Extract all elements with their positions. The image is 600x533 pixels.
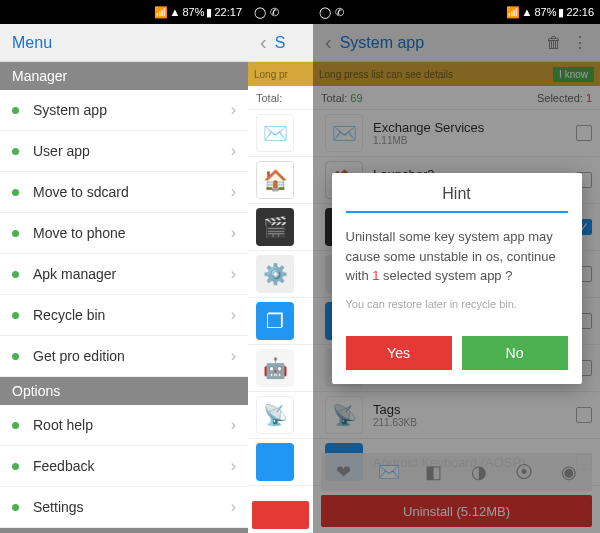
- total-label: Total:: [256, 92, 282, 104]
- bullet-icon: [12, 312, 19, 319]
- item-label: Recycle bin: [33, 307, 231, 323]
- item-label: Settings: [33, 499, 231, 515]
- item-root[interactable]: Root help›: [0, 405, 248, 446]
- item-settings[interactable]: Settings›: [0, 487, 248, 528]
- item-label: Apk manager: [33, 266, 231, 282]
- clock-3: 22:16: [566, 6, 594, 18]
- bullet-icon: [12, 463, 19, 470]
- back-icon[interactable]: ‹: [260, 31, 267, 54]
- menu-panel: 📶 ▲ 87% ▮ 22:17 Menu Manager System app›…: [0, 0, 248, 533]
- item-label: Move to phone: [33, 225, 231, 241]
- chevron-right-icon: ›: [231, 101, 236, 119]
- sliver-row[interactable]: 🎬: [248, 204, 313, 251]
- hint-dialog: Hint Uninstall some key system app may c…: [332, 173, 582, 384]
- sliver-row[interactable]: 📡: [248, 392, 313, 439]
- bullet-icon: [12, 107, 19, 114]
- phone-icon: ✆: [270, 6, 279, 19]
- signal-icon: ▲: [170, 6, 181, 18]
- bullet-icon: [12, 504, 19, 511]
- clock-1: 22:17: [214, 6, 242, 18]
- item-label: Root help: [33, 417, 231, 433]
- item-move-phone[interactable]: Move to phone›: [0, 213, 248, 254]
- item-recycle[interactable]: Recycle bin›: [0, 295, 248, 336]
- battery-icon: ▮: [206, 6, 212, 19]
- item-apk-mgr[interactable]: Apk manager›: [0, 254, 248, 295]
- chevron-right-icon: ›: [231, 224, 236, 242]
- nfc-icon: 📡: [256, 396, 294, 434]
- section-options: Options: [0, 377, 248, 405]
- chevron-right-icon: ›: [231, 498, 236, 516]
- item-label: User app: [33, 143, 231, 159]
- wifi-icon: 📶: [154, 6, 168, 19]
- sliver-row[interactable]: 🤖: [248, 345, 313, 392]
- sliver-hintbar: Long pr: [248, 62, 313, 86]
- home-icon: 🏠: [256, 161, 294, 199]
- battery-icon: ▮: [558, 6, 564, 19]
- clapper-icon: 🎬: [256, 208, 294, 246]
- chevron-right-icon: ›: [231, 457, 236, 475]
- sliver-row[interactable]: 🏠: [248, 157, 313, 204]
- signal-icon: ▲: [522, 6, 533, 18]
- item-label: Move to sdcard: [33, 184, 231, 200]
- camera-icon: ◯: [319, 6, 331, 19]
- camera-icon: ◯: [254, 6, 266, 19]
- chevron-right-icon: ›: [231, 183, 236, 201]
- item-move-sd[interactable]: Move to sdcard›: [0, 172, 248, 213]
- gear-icon: ⚙️: [256, 255, 294, 293]
- bullet-icon: [12, 422, 19, 429]
- sliver-row[interactable]: ⚙️: [248, 251, 313, 298]
- dialog-title: Hint: [346, 173, 568, 213]
- section-support: Support: [0, 528, 248, 533]
- sliver-row[interactable]: ✉️: [248, 110, 313, 157]
- sliver-row[interactable]: [248, 439, 313, 486]
- menu-title: Menu: [12, 34, 52, 52]
- wifi-icon: 📶: [506, 6, 520, 19]
- item-label: Feedback: [33, 458, 231, 474]
- status-bar-1: 📶 ▲ 87% ▮ 22:17: [0, 0, 248, 24]
- item-label: System app: [33, 102, 231, 118]
- chevron-right-icon: ›: [231, 306, 236, 324]
- yes-button[interactable]: Yes: [346, 336, 452, 370]
- status-bar-3: ◯✆ 📶 ▲ 87% ▮ 22:16: [313, 0, 600, 24]
- bullet-icon: [12, 148, 19, 155]
- app-icon: [256, 443, 294, 481]
- chevron-right-icon: ›: [231, 142, 236, 160]
- battery-text: 87%: [534, 6, 556, 18]
- system-app-panel: ◯✆ 📶 ▲ 87% ▮ 22:16 ‹ System app 🗑 ⋮ Long…: [313, 0, 600, 533]
- item-pro[interactable]: Get pro edition›: [0, 336, 248, 377]
- bullet-icon: [12, 353, 19, 360]
- sliver-header: ‹ S: [248, 24, 313, 62]
- chevron-right-icon: ›: [231, 347, 236, 365]
- menu-header: Menu: [0, 24, 248, 62]
- chevron-right-icon: ›: [231, 416, 236, 434]
- dialog-text: selected system app ?: [379, 268, 512, 283]
- sliver-countbar: Total:: [248, 86, 313, 110]
- hint-text: Long pr: [254, 69, 288, 80]
- dialog-body: Uninstall some key system app may cause …: [332, 213, 582, 326]
- section-manager: Manager: [0, 62, 248, 90]
- uninstall-button-partial[interactable]: [252, 501, 309, 529]
- item-system-app[interactable]: System app›: [0, 90, 248, 131]
- copy-icon: ❐: [256, 302, 294, 340]
- item-label: Get pro edition: [33, 348, 231, 364]
- item-user-app[interactable]: User app›: [0, 131, 248, 172]
- bullet-icon: [12, 271, 19, 278]
- item-feedback[interactable]: Feedback›: [0, 446, 248, 487]
- modal-overlay: Hint Uninstall some key system app may c…: [313, 24, 600, 533]
- sliver-panel: ◯✆ ‹ S Long pr Total: ✉️ 🏠 🎬 ⚙️ ❐ 🤖 📡: [248, 0, 313, 533]
- mail-icon: ✉️: [256, 114, 294, 152]
- status-bar-2: ◯✆: [248, 0, 313, 24]
- chevron-right-icon: ›: [231, 265, 236, 283]
- phone-icon: ✆: [335, 6, 344, 19]
- no-button[interactable]: No: [462, 336, 568, 370]
- bullet-icon: [12, 230, 19, 237]
- android-icon: 🤖: [256, 349, 294, 387]
- dialog-subtext: You can restore later in recycle bin.: [346, 296, 568, 313]
- bullet-icon: [12, 189, 19, 196]
- battery-text: 87%: [182, 6, 204, 18]
- sliver-row[interactable]: ❐: [248, 298, 313, 345]
- sliver-title: S: [275, 34, 286, 52]
